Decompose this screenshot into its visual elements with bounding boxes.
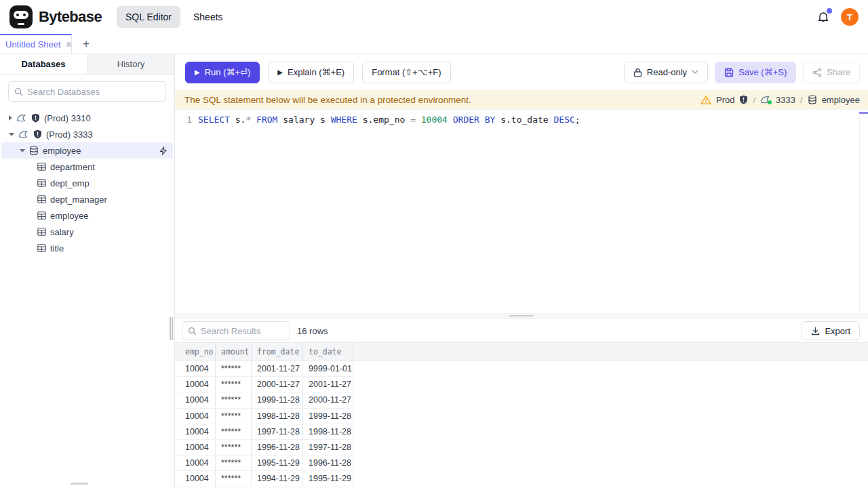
instance-prod-3333[interactable]: (Prod) 3333	[0, 126, 174, 142]
avatar[interactable]: T	[841, 8, 859, 26]
tab-databases[interactable]: Databases	[0, 54, 87, 74]
column-header[interactable]: to_date	[303, 343, 353, 361]
database-label: employee	[43, 146, 81, 156]
table-item[interactable]: employee	[0, 207, 174, 224]
bytebase-sql-editor: Bytebase SQL Editor Sheets T Untitled Sh…	[0, 0, 868, 488]
table-item[interactable]: title	[0, 240, 174, 256]
sql-editor[interactable]: 1 SELECT s.* FROM salary s WHERE s.emp_n…	[175, 109, 868, 313]
top-nav: SQL Editor Sheets	[117, 6, 232, 28]
table-item[interactable]: dept_manager	[0, 191, 174, 207]
lock-icon	[633, 68, 642, 77]
row-count: 16 rows	[297, 326, 328, 336]
database-tree: (Prod) 3310 (Prod) 3333	[0, 107, 174, 256]
table-row[interactable]: 10004******1994-11-291995-11-29	[175, 471, 353, 487]
database-employee[interactable]: employee	[1, 142, 173, 159]
breadcrumb-separator: /	[753, 95, 755, 105]
format-button[interactable]: Format (⇧+⌥+F)	[362, 62, 450, 83]
main-panel: ▶ Run (⌘+⏎) ▶ Explain (⌘+E) Format (⇧+⌥+…	[175, 54, 868, 488]
new-sheet-button[interactable]: +	[76, 34, 96, 54]
table-item[interactable]: salary	[0, 224, 174, 240]
table-item[interactable]: department	[0, 159, 174, 175]
table-row[interactable]: 10004******1997-11-281998-11-28	[175, 424, 353, 440]
table-label: employee	[50, 211, 88, 221]
save-icon	[724, 68, 734, 77]
brand[interactable]: Bytebase	[9, 5, 102, 28]
sheet-tab-label: Untitled Sheet	[5, 39, 61, 49]
protected-environment-banner: The SQL statement below will be executed…	[175, 90, 868, 109]
search-icon	[14, 87, 23, 96]
notification-badge	[827, 8, 832, 14]
table-item[interactable]: dept_emp	[0, 175, 174, 191]
database-label: employee	[822, 95, 860, 105]
lightning-icon[interactable]	[159, 146, 167, 155]
banner-message: The SQL statement below will be executed…	[184, 95, 471, 105]
unsaved-indicator	[66, 42, 71, 47]
code-line[interactable]: 1 SELECT s.* FROM salary s WHERE s.emp_n…	[175, 113, 868, 126]
run-button[interactable]: ▶ Run (⌘+⏎)	[185, 62, 260, 83]
table-label: dept_emp	[50, 178, 90, 188]
table-row[interactable]: 10004******2001-11-279999-01-01	[175, 361, 353, 377]
mysql-dolphin-icon	[18, 129, 29, 139]
line-number: 1	[175, 115, 198, 125]
mysql-dolphin-icon	[16, 113, 27, 123]
connection-breadcrumb: Prod / 3333 /	[701, 95, 860, 105]
warning-icon	[701, 95, 711, 105]
instance-label: (Prod) 3333	[46, 129, 93, 140]
play-icon: ▶	[277, 69, 283, 76]
brand-name: Bytebase	[39, 8, 102, 26]
download-icon	[811, 327, 820, 336]
search-icon	[188, 327, 197, 336]
environment-label: Prod	[716, 95, 734, 105]
table-row[interactable]: 10004******1996-11-281997-11-28	[175, 440, 353, 455]
sidebar: Databases History	[0, 54, 175, 488]
instance-label: (Prod) 3310	[44, 113, 91, 123]
table-row[interactable]: 10004******1999-11-282000-11-27	[175, 392, 353, 408]
results-table: emp_no amount from_date to_date 10004***…	[175, 342, 868, 488]
readonly-mode-dropdown[interactable]: Read-only	[624, 62, 708, 83]
database-icon	[29, 146, 39, 155]
instance-prod-3310[interactable]: (Prod) 3310	[0, 110, 174, 126]
table-icon	[37, 179, 46, 187]
chevron-down-icon	[692, 70, 698, 75]
share-button[interactable]: Share	[803, 62, 860, 83]
table-row[interactable]: 10004******1995-11-291996-11-28	[175, 455, 353, 471]
nav-sql-editor[interactable]: SQL Editor	[117, 6, 180, 28]
table-icon	[37, 228, 46, 236]
table-icon	[37, 195, 46, 203]
sql-statement: SELECT s.* FROM salary s WHERE s.emp_no …	[198, 115, 580, 125]
caret-down-icon[interactable]	[20, 149, 25, 152]
table-label: salary	[50, 227, 74, 237]
search-databases-input[interactable]	[27, 87, 160, 97]
nav-sheets[interactable]: Sheets	[184, 6, 232, 28]
column-header[interactable]: amount	[216, 343, 252, 361]
content: Databases History	[0, 54, 868, 488]
sheet-tab-bar: Untitled Sheet +	[0, 34, 868, 54]
share-icon	[812, 68, 822, 77]
search-results-input[interactable]	[201, 326, 284, 336]
table-row[interactable]: 10004******1998-11-281999-11-28	[175, 409, 353, 424]
caret-right-icon[interactable]	[9, 115, 12, 121]
save-button[interactable]: Save (⌘+S)	[715, 62, 796, 83]
instance-label: 3333	[776, 95, 795, 105]
mysql-dolphin-icon	[760, 95, 771, 104]
editor-toolbar: ▶ Run (⌘+⏎) ▶ Explain (⌘+E) Format (⇧+⌥+…	[175, 54, 868, 90]
play-icon: ▶	[195, 69, 200, 76]
minimap-border	[859, 110, 860, 313]
table-row[interactable]: 10004******2000-11-272001-11-27	[175, 377, 353, 392]
caret-down-icon[interactable]	[9, 133, 14, 136]
table-label: department	[50, 162, 95, 172]
explain-button[interactable]: ▶ Explain (⌘+E)	[268, 62, 354, 83]
tab-history[interactable]: History	[87, 54, 174, 74]
sidebar-resize-handle[interactable]	[170, 317, 173, 340]
top-bar: Bytebase SQL Editor Sheets T	[0, 0, 868, 34]
panel-resize-handle[interactable]	[175, 313, 868, 319]
sidebar-horizontal-scrollbar[interactable]	[71, 483, 88, 485]
connection-status-dot	[768, 100, 772, 104]
minimap-code-line	[859, 112, 868, 114]
column-header[interactable]: emp_no	[175, 343, 216, 361]
notification-bell-icon[interactable]	[816, 10, 830, 24]
column-header[interactable]: from_date	[252, 343, 303, 361]
export-button[interactable]: Export	[802, 321, 860, 340]
tab-untitled-sheet[interactable]: Untitled Sheet	[0, 34, 72, 54]
shield-icon	[33, 129, 42, 139]
